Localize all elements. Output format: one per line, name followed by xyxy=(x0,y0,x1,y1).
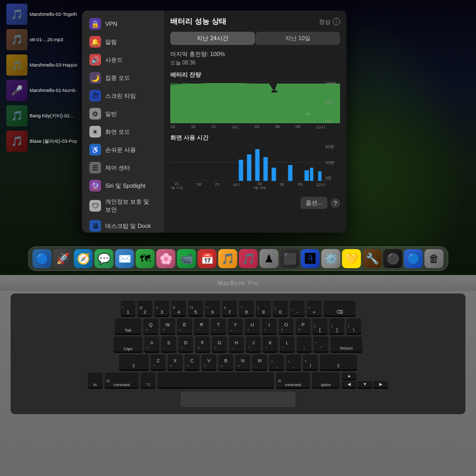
sidebar-item-privacy[interactable]: 🛡 개인정보 보호 및 보안 xyxy=(84,195,162,217)
key-backslash[interactable]: |\ xyxy=(346,318,361,334)
key-alt-left[interactable]: ⌥ xyxy=(141,372,155,388)
key-q[interactable]: Qㅂ xyxy=(143,318,158,334)
key-l[interactable]: Lㅣ xyxy=(280,336,295,352)
key-return[interactable]: Return xyxy=(331,336,362,352)
sidebar-item-desktop-dock[interactable]: 🖥 데스크탑 및 Dock xyxy=(84,217,162,233)
desktop-icon-5[interactable]: 🎵 Bang Kity(키티)-02... xyxy=(4,104,79,127)
key-comma[interactable]: <, xyxy=(269,354,284,370)
key-h[interactable]: Hㅗ xyxy=(229,336,244,352)
sidebar-item-appearance[interactable]: ☀ 화면 모드 xyxy=(84,123,162,141)
key-arrow-up[interactable]: ▲ xyxy=(342,372,356,379)
key-d[interactable]: Dㅇ xyxy=(178,336,193,352)
desktop-icon-2[interactable]: 🎵 ott-01-...20.mp3 xyxy=(4,28,79,51)
desktop-icon-3[interactable]: 🎵 Marshmello-03-Happier-...20.mp3 xyxy=(4,53,79,77)
key-7[interactable]: &7 xyxy=(222,300,237,316)
key-x[interactable]: Xㅌ xyxy=(168,354,182,370)
key-minus[interactable]: _- xyxy=(290,300,305,316)
dock-app-store[interactable]: 🅰 xyxy=(301,249,320,268)
key-fn[interactable]: fn xyxy=(88,372,103,388)
key-k[interactable]: Kㅏ xyxy=(263,336,278,352)
key-space[interactable] xyxy=(158,372,274,388)
key-r[interactable]: Rㄱ xyxy=(194,318,209,334)
desktop-icon-1[interactable]: 🎵 Marshmello-02-Togethe...320.mp3 xyxy=(4,3,79,26)
key-j[interactable]: Jㅓ xyxy=(246,336,261,352)
sidebar-item-accessibility[interactable]: ♿ 손쉬운 사용 xyxy=(84,141,162,159)
dock-messages[interactable]: 💬 xyxy=(95,249,114,268)
dock-mail[interactable]: ✉️ xyxy=(115,249,134,268)
key-0[interactable]: )0 xyxy=(273,300,288,316)
dock-tool1[interactable]: 🔧 xyxy=(363,249,382,268)
key-4[interactable]: $4 xyxy=(171,300,186,316)
sidebar-item-focus[interactable]: 🌙 집중 모드 xyxy=(84,69,162,87)
dock-tool2[interactable]: ⚫ xyxy=(383,249,402,268)
desktop-icon-4[interactable]: 🎤 Marshmello-01-Numb-N...320.mp3 xyxy=(4,79,79,102)
key-2[interactable]: @2 xyxy=(138,300,152,316)
options-button[interactable]: 옵션... xyxy=(300,197,327,209)
dock-photos[interactable]: 🌸 xyxy=(157,249,176,268)
key-i[interactable]: Iㅑ xyxy=(262,318,277,334)
key-period[interactable]: >. xyxy=(286,354,301,370)
key-slash[interactable]: ?/ xyxy=(303,354,318,370)
key-e[interactable]: Eㄷ xyxy=(177,318,192,334)
key-5[interactable]: %5 xyxy=(188,300,203,316)
key-z[interactable]: Zㅋ xyxy=(151,354,166,370)
help-button[interactable]: ? xyxy=(331,198,340,208)
key-s[interactable]: Sㄴ xyxy=(161,336,176,352)
dock-kakaotalk[interactable]: 💛 xyxy=(342,249,361,268)
dock-launchpad[interactable]: 🚀 xyxy=(53,249,72,268)
key-m[interactable]: Mㅡ xyxy=(252,354,267,370)
sidebar-item-control-center[interactable]: ☰ 제어 센터 xyxy=(84,159,162,177)
key-semicolon[interactable]: :; xyxy=(297,336,312,352)
key-bracket-open[interactable]: {[ xyxy=(313,318,327,334)
key-option-right[interactable]: option xyxy=(312,372,340,388)
dock-facetime[interactable]: 📹 xyxy=(177,249,196,268)
key-g[interactable]: Gㅎ xyxy=(212,336,227,352)
key-f[interactable]: Fㄹ xyxy=(195,336,210,352)
key-u[interactable]: Uㅕ xyxy=(245,318,260,334)
key-command-left[interactable]: ⌘ command xyxy=(105,372,139,388)
key-1[interactable]: !1 xyxy=(121,300,135,316)
key-caps-lock[interactable]: Caps xyxy=(114,336,142,352)
key-3[interactable]: #3 xyxy=(154,300,169,316)
key-n[interactable]: Nㅜ xyxy=(235,354,250,370)
sidebar-item-siri[interactable]: 🔮 Siri 및 Spotlight xyxy=(84,177,162,195)
key-a[interactable]: Aㅁ xyxy=(144,336,159,352)
dock-system-prefs[interactable]: ⚙️ xyxy=(322,249,341,268)
tab-10d[interactable]: 지난 10일 xyxy=(255,32,340,45)
info-icon[interactable]: i xyxy=(333,18,340,25)
key-equals[interactable]: += xyxy=(307,300,322,316)
key-quote[interactable]: "' xyxy=(314,336,328,352)
key-shift-right[interactable]: ⇧ xyxy=(320,354,357,370)
dock-mission-control[interactable]: ⬛ xyxy=(280,249,299,268)
dock-chess[interactable]: ♟ xyxy=(260,249,279,268)
desktop-icon-6[interactable]: 🎵 Blase (블러세)-03-Pop It (f...320.mp3 xyxy=(4,130,79,153)
key-tab[interactable]: Tab xyxy=(115,318,141,334)
key-8[interactable]: *8 xyxy=(239,300,254,316)
dock-music[interactable]: 🎵 xyxy=(239,249,258,268)
dock-safari[interactable]: 🧭 xyxy=(74,249,93,268)
key-arrow-right[interactable]: ▶ xyxy=(373,380,388,388)
dock-reminder[interactable]: 🎵 xyxy=(218,249,237,268)
dock-calendar[interactable]: 📅 xyxy=(198,249,217,268)
key-9[interactable]: (9 xyxy=(256,300,271,316)
key-v[interactable]: Vㅍ xyxy=(202,354,216,370)
dock-control-center-icon[interactable]: 🔵 xyxy=(404,249,423,268)
trackpad[interactable] xyxy=(180,391,296,408)
key-6[interactable]: ^6 xyxy=(205,300,220,316)
sidebar-item-screentime[interactable]: ⏱ 스크린 타임 xyxy=(84,87,162,105)
key-bracket-close[interactable]: }] xyxy=(329,318,344,334)
sidebar-item-vpn[interactable]: 🔒 VPN xyxy=(84,15,162,33)
sidebar-item-sound[interactable]: 🔊 사운드 xyxy=(84,51,162,69)
key-t[interactable]: Tㅅ xyxy=(211,318,226,334)
key-backspace[interactable]: ⌫ xyxy=(324,300,355,316)
key-o[interactable]: Oㅐ xyxy=(279,318,294,334)
dock-finder[interactable]: 🔵 xyxy=(33,249,52,268)
key-command-right[interactable]: ⌘ command xyxy=(276,372,310,388)
key-arrow-left[interactable]: ◀ xyxy=(342,380,356,388)
key-arrow-down[interactable]: ▼ xyxy=(358,380,372,388)
key-w[interactable]: Wㅈ xyxy=(160,318,175,334)
key-p[interactable]: Pㅔ xyxy=(296,318,310,334)
key-shift-left[interactable]: ⇧ xyxy=(119,354,149,370)
tab-24h[interactable]: 지난 24시간 xyxy=(170,32,255,45)
key-y[interactable]: Yㅛ xyxy=(228,318,243,334)
